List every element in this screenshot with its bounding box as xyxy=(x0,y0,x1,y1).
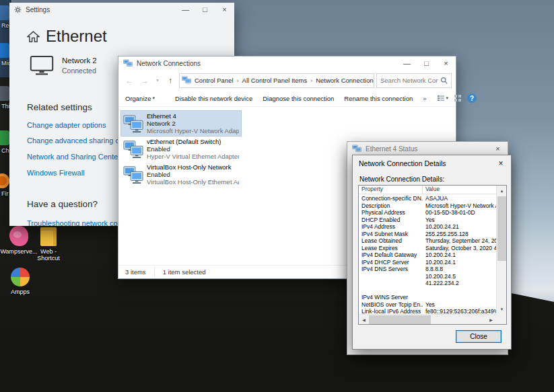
vertical-scrollbar[interactable]: ▲ ▼ xyxy=(496,186,506,314)
details-row[interactable]: NetBIOS over Tcpip En... Yes xyxy=(359,301,496,309)
search-box[interactable] xyxy=(376,73,452,88)
details-row[interactable]: Link-local IPv6 Address fe80::9129:5263:… xyxy=(359,308,496,314)
maximize-button[interactable]: □ xyxy=(417,56,436,71)
help-button[interactable]: ? xyxy=(467,93,477,103)
details-close-button[interactable]: Close xyxy=(456,330,501,343)
vertical-scroll-thumb[interactable] xyxy=(497,196,506,261)
chevron-down-icon: ▾ xyxy=(153,95,155,101)
network-connections-icon xyxy=(123,59,133,68)
desktop-icon-ampps[interactable]: Ampps xyxy=(0,268,40,295)
ethernet-status-titlebar[interactable]: Ethernet 4 Status × xyxy=(347,142,508,156)
arrow-up-icon: ▲ xyxy=(500,189,504,193)
minimize-button[interactable]: — xyxy=(397,56,417,71)
scroll-left-button[interactable]: ◀ xyxy=(359,315,369,325)
link-network-sharing-center[interactable]: Network and Sharing Center xyxy=(27,153,120,161)
home-icon xyxy=(27,31,40,42)
property-cell: IPv4 WINS Server xyxy=(359,294,423,301)
details-row[interactable]: IPv4 DHCP Server 10.200.24.1 xyxy=(359,259,496,266)
column-value[interactable]: Value xyxy=(423,186,506,194)
desktop-icon-web-shortcut[interactable]: Web - Shortcut xyxy=(28,227,69,262)
adapter-name: VirtualBox Host-Only Network xyxy=(147,163,239,171)
chevron-down-icon: ▾ xyxy=(156,77,159,83)
adapter-item-virtualbox[interactable]: VirtualBox Host-Only Network Enabled Vir… xyxy=(121,162,241,187)
details-row[interactable]: 10.200.24.5 xyxy=(359,273,496,280)
organize-button[interactable]: Organize ▾ xyxy=(125,95,155,102)
document-icon xyxy=(40,227,57,246)
value-cell: 8.8.8.8 xyxy=(423,266,496,273)
details-row[interactable]: Description Microsoft Hyper-V Network Ad… xyxy=(359,202,496,210)
up-icon: ↑ xyxy=(168,76,172,85)
details-row[interactable]: Lease Expires Saturday, October 3, 2020 … xyxy=(359,245,496,252)
scroll-down-button[interactable]: ▼ xyxy=(497,304,507,314)
close-button[interactable]: × xyxy=(436,56,456,71)
history-dropdown-button[interactable]: ▾ xyxy=(153,77,162,83)
property-cell: IPv4 Address xyxy=(359,223,423,231)
related-settings-heading: Related settings xyxy=(27,102,92,112)
chevron-down-icon: ▾ xyxy=(446,95,449,101)
scroll-right-button[interactable]: ▶ xyxy=(486,315,496,325)
details-row[interactable]: Physical Address 00-15-5D-38-01-0D xyxy=(359,209,496,217)
close-button[interactable]: × xyxy=(491,155,511,171)
minimize-button[interactable]: — xyxy=(176,3,195,17)
value-cell: Yes xyxy=(423,301,496,309)
selection-count: 1 item selected xyxy=(163,268,206,276)
value-cell: Saturday, October 3, 2020 4:50:31 AM xyxy=(423,245,496,252)
details-row[interactable] xyxy=(359,287,496,295)
help-icon: ? xyxy=(470,95,474,102)
breadcrumb[interactable]: Control Panel › All Control Panel Items … xyxy=(179,73,374,88)
horizontal-scroll-thumb[interactable] xyxy=(369,315,431,324)
back-icon: ← xyxy=(125,76,133,85)
column-property[interactable]: Property xyxy=(359,186,423,194)
change-view-button[interactable]: ▾ xyxy=(437,94,449,102)
breadcrumb-separator-icon: › xyxy=(310,77,312,84)
details-titlebar[interactable]: Network Connection Details × xyxy=(353,155,511,171)
details-row[interactable]: DHCP Enabled Yes xyxy=(359,217,496,224)
search-input[interactable] xyxy=(380,77,438,84)
details-table-rows: Connection-specific DN... ASAJUA Descrip… xyxy=(359,195,496,314)
adapter-item-vethernet[interactable]: vEthernet (Default Switch) Enabled Hyper… xyxy=(121,136,241,161)
scroll-up-button[interactable]: ▲ xyxy=(497,186,507,196)
details-row[interactable]: Connection-specific DN... ASAJUA xyxy=(359,195,496,202)
close-icon: × xyxy=(444,60,448,67)
network-status-block: Network 2 Connected xyxy=(30,55,97,76)
up-button[interactable]: ↑ xyxy=(164,76,177,85)
explorer-window-title: Network Connections xyxy=(137,60,201,67)
diagnose-connection-button[interactable]: Diagnose this connection xyxy=(263,95,334,102)
details-row[interactable]: Lease Obtained Thursday, September 24, 2… xyxy=(359,237,496,245)
forward-button[interactable]: → xyxy=(138,76,151,85)
breadcrumb-control-panel[interactable]: Control Panel xyxy=(193,77,236,84)
close-button[interactable]: × xyxy=(215,3,234,17)
details-row[interactable]: IPv4 Default Gateway 10.200.24.1 xyxy=(359,251,496,259)
app-icon xyxy=(0,43,9,58)
back-button[interactable]: ← xyxy=(123,76,136,85)
details-view-button[interactable] xyxy=(454,94,462,102)
more-commands-button[interactable]: » xyxy=(423,95,426,102)
property-cell: IPv4 DHCP Server xyxy=(359,259,423,266)
details-row[interactable]: IPv4 DNS Servers 8.8.8.8 xyxy=(359,266,496,273)
breadcrumb-all-items[interactable]: All Control Panel Items xyxy=(240,77,310,84)
close-button[interactable]: × xyxy=(488,142,508,156)
breadcrumb-network-connections[interactable]: Network Connections xyxy=(314,77,374,84)
adapter-network: Network 2 xyxy=(147,120,239,127)
details-row[interactable]: IPv4 Subnet Mask 255.255.255.128 xyxy=(359,231,496,238)
rename-connection-button[interactable]: Rename this connection xyxy=(344,95,413,102)
details-row[interactable]: IPv4 WINS Server xyxy=(359,294,496,301)
gear-icon xyxy=(14,6,22,13)
adapter-item-ethernet4[interactable]: Ethernet 4 Network 2 Microsoft Hyper-V N… xyxy=(121,111,241,136)
link-windows-firewall[interactable]: Windows Firewall xyxy=(27,169,85,177)
settings-page-header: Ethernet xyxy=(27,27,107,46)
explorer-titlebar[interactable]: Network Connections — □ × xyxy=(118,56,456,71)
settings-titlebar[interactable]: Settings — □ × xyxy=(9,3,234,17)
forward-icon: → xyxy=(141,76,149,85)
property-cell: NetBIOS over Tcpip En... xyxy=(359,301,423,309)
details-row[interactable]: IPv4 Address 10.200.24.21 xyxy=(359,223,496,231)
link-change-adapter-options[interactable]: Change adapter options xyxy=(27,121,106,129)
close-icon: × xyxy=(495,145,499,153)
horizontal-scrollbar[interactable]: ◀ ▶ xyxy=(359,314,496,324)
organize-label: Organize xyxy=(125,95,151,102)
maximize-button[interactable]: □ xyxy=(195,3,215,17)
close-icon: × xyxy=(222,6,226,13)
details-row[interactable]: 41.222.234.2 xyxy=(359,280,496,287)
disable-device-button[interactable]: Disable this network device xyxy=(175,95,252,102)
list-view-icon xyxy=(437,94,445,102)
